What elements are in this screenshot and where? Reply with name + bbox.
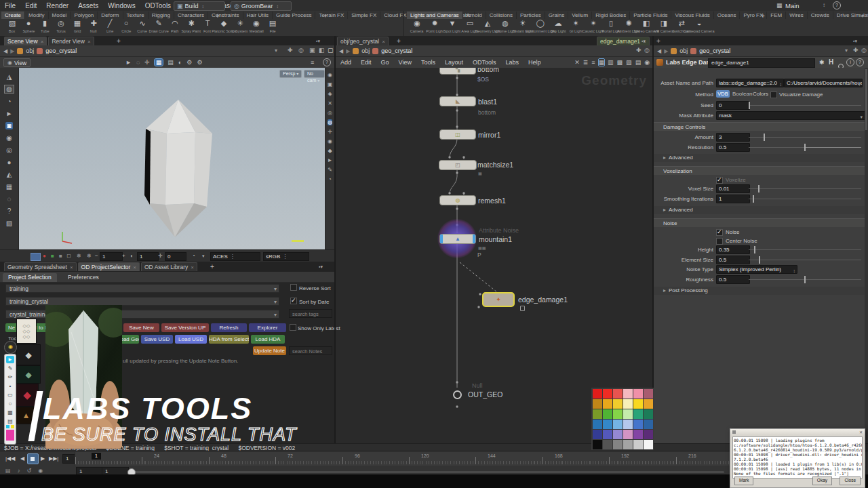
shelf-overflow-icon[interactable]: ▾	[324, 13, 327, 19]
exposure-icon[interactable]: ✛	[158, 253, 163, 260]
palette-swatch[interactable]	[623, 440, 633, 449]
network-menu-item[interactable]: Layout	[440, 59, 468, 66]
shelf-tab[interactable]: Particle Fluids	[630, 12, 671, 19]
viewport-tool-icon[interactable]: ?	[7, 207, 12, 215]
method-vdb-toggle[interactable]: VDB	[716, 90, 730, 98]
follow-icon[interactable]: ◎	[644, 47, 650, 54]
palette-swatch[interactable]	[644, 409, 653, 419]
info-icon[interactable]: i	[846, 58, 854, 66]
node-mirror1[interactable]: ◫	[439, 129, 476, 140]
obj-context-icon[interactable]	[671, 48, 677, 54]
viewport-tool-icon[interactable]: ●	[7, 159, 11, 166]
playback-option-icon[interactable]: ▤	[5, 468, 11, 474]
shelf-tool[interactable]: ▮ Tube	[37, 19, 53, 33]
pen-tool-icon[interactable]: ▭	[6, 391, 14, 399]
help-icon[interactable]: ?	[833, 1, 841, 9]
gamma-field[interactable]: 1	[137, 252, 159, 261]
follow-icon[interactable]: ◎	[298, 47, 304, 54]
visualize-damage-checkbox[interactable]	[770, 92, 777, 98]
range-slider[interactable]	[130, 471, 724, 473]
console-close-icon[interactable]: ✕	[859, 430, 863, 434]
shelf-tool[interactable]: ◨ VR Camera	[655, 19, 673, 33]
console-titlebar[interactable]: ✕	[730, 429, 865, 435]
gamma-icon[interactable]: ◐	[130, 253, 134, 260]
resolution-field[interactable]: 0.5	[716, 143, 750, 152]
palette-swatch[interactable]	[644, 389, 653, 399]
shelf-tool[interactable]: ✚ Null	[85, 19, 102, 33]
pane-tab[interactable]: Geometry Spreadsheet	[4, 262, 77, 271]
cube-icon[interactable]: ▣	[309, 47, 315, 54]
noise-checkbox[interactable]	[716, 229, 723, 236]
node-edge-damage1[interactable]: ✦	[482, 292, 515, 307]
shelf-tab[interactable]: Hair Utils	[243, 12, 273, 19]
shelf-tool[interactable]: ✳ L-System	[232, 19, 248, 33]
pen-color-cyan[interactable]	[6, 425, 9, 428]
palette-swatch[interactable]	[623, 389, 633, 399]
node-flag-left[interactable]	[440, 235, 443, 243]
network-editor[interactable]: Geometry ▚ bottom $OS ◣ blast1 bottom ◫ …	[336, 68, 652, 443]
viewport-display-icon[interactable]: ✎	[328, 167, 332, 173]
display-toggle-icon[interactable]	[31, 253, 41, 261]
viewport-mode-icon[interactable]: ►	[125, 59, 132, 66]
path-root[interactable]: obj	[679, 47, 688, 54]
palette-swatch[interactable]	[644, 420, 653, 429]
roughness-slider-handle[interactable]	[804, 276, 806, 283]
shelf-tab[interactable]: Texture	[123, 12, 149, 19]
pane-menu-icon[interactable]: ▪▾	[853, 39, 857, 43]
plus-icon[interactable]: +	[122, 253, 125, 260]
pane-tab[interactable]: OD ProjectSelector	[78, 262, 140, 271]
exposure-field[interactable]: 0	[165, 252, 186, 261]
display-options-icon[interactable]: ≡	[311, 60, 314, 66]
pane-tab[interactable]: Render View	[48, 37, 94, 45]
shelf-tab[interactable]: Characters	[174, 12, 208, 19]
explorer-button[interactable]: Explorer	[249, 323, 286, 332]
palette-swatch[interactable]	[593, 409, 602, 419]
node-out-geo[interactable]	[453, 390, 462, 399]
palette-swatch[interactable]	[623, 399, 633, 409]
shelf-tab[interactable]: Viscous Fluids	[671, 12, 713, 19]
scene-viewport[interactable]: Persp No cam	[19, 68, 325, 249]
viewport-display-icon[interactable]: ◈	[328, 91, 332, 97]
shelf-tab[interactable]: Grains	[545, 12, 569, 19]
character-icon[interactable]: ◧	[319, 47, 325, 54]
shelf-tool[interactable]: ◒ Gamepad Camera	[690, 19, 708, 33]
pen-tool-icon[interactable]: ▦	[6, 409, 14, 416]
add-pane-tab-icon[interactable]: +	[210, 263, 214, 270]
shelf-tool[interactable]: ∿ Curve	[134, 19, 151, 33]
shelf-tab[interactable]: Model	[49, 12, 71, 19]
shelf-tool[interactable]: ▧ Box	[4, 19, 20, 33]
shelf-tool[interactable]: ✴ Caustic Light	[585, 19, 602, 33]
shelf-tool[interactable]: ○ Circle	[118, 19, 134, 33]
palette-swatch[interactable]	[633, 440, 643, 449]
playback-option-icon[interactable]: ♪	[18, 468, 20, 474]
projection-selector[interactable]: Persp	[279, 70, 302, 78]
pane-menu-icon[interactable]: ▪▾	[642, 39, 646, 43]
refresh-button[interactable]: Refresh	[211, 323, 247, 332]
viewport-display-icon[interactable]: ✕	[328, 100, 332, 106]
network-toolbar-icon[interactable]: ▦	[599, 59, 605, 66]
shelf-tool[interactable]: ◯ Environment Light	[532, 19, 549, 33]
node-matchsize1[interactable]: ◰	[439, 160, 477, 170]
follow-icon[interactable]: ◎	[861, 47, 867, 54]
palette-swatch[interactable]	[593, 389, 602, 399]
menu-render[interactable]: Render	[41, 2, 73, 9]
palette-swatch[interactable]	[603, 430, 612, 439]
voxel-size-slider-handle[interactable]	[758, 185, 760, 192]
playback-option-icon[interactable]: ↺	[27, 468, 32, 474]
shelf-tool[interactable]: ◉ Metaball	[248, 19, 264, 33]
console-close-button[interactable]: Close	[840, 476, 861, 485]
shelf-overflow-icon[interactable]: ▾	[861, 13, 864, 19]
palette-swatch[interactable]	[603, 420, 612, 429]
shelf-tool[interactable]: ◧ Stereo Camera	[637, 19, 655, 33]
shelf-tab[interactable]: Rigid Bodies	[592, 12, 630, 19]
network-toolbar-icon[interactable]: ✕	[574, 59, 580, 66]
pen-color-yellow[interactable]	[11, 425, 14, 428]
path-node[interactable]: geo_crystal	[381, 47, 412, 54]
palette-swatch[interactable]	[603, 409, 612, 419]
pane-divider[interactable]	[652, 36, 654, 443]
pen-color-magenta[interactable]	[6, 430, 14, 441]
viewport-tool-icon[interactable]: ▧	[6, 220, 12, 227]
menu-edit[interactable]: Edit	[20, 2, 41, 9]
height-slider-handle[interactable]	[754, 246, 755, 253]
hda-from-selection-button[interactable]: HDA from Selection	[209, 335, 249, 344]
